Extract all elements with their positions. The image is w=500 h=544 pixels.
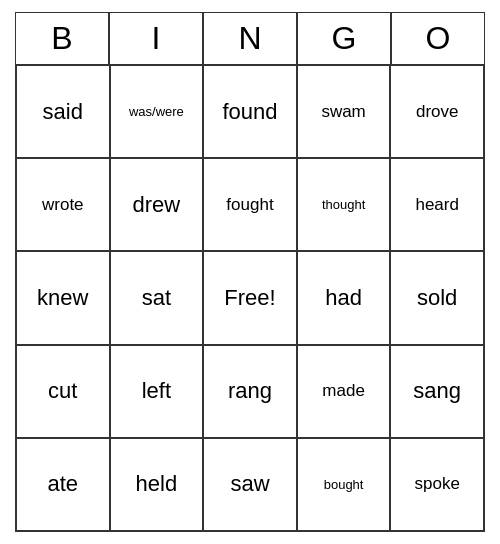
bingo-cell-r3-c3: made xyxy=(297,345,391,438)
bingo-cell-r1-c1: drew xyxy=(110,158,204,251)
header-letter-i: I xyxy=(109,12,203,64)
bingo-cell-r3-c2: rang xyxy=(203,345,297,438)
bingo-cell-r0-c4: drove xyxy=(390,65,484,158)
bingo-cell-r2-c0: knew xyxy=(16,251,110,344)
cell-text-r3-c4: sang xyxy=(413,378,461,404)
cell-text-r4-c2: saw xyxy=(230,471,269,497)
bingo-cell-r3-c1: left xyxy=(110,345,204,438)
header-letter-n: N xyxy=(203,12,297,64)
bingo-cell-r0-c2: found xyxy=(203,65,297,158)
bingo-cell-r1-c3: thought xyxy=(297,158,391,251)
bingo-cell-r2-c2: Free! xyxy=(203,251,297,344)
cell-text-r1-c3: thought xyxy=(322,197,365,212)
cell-text-r1-c4: heard xyxy=(415,195,458,215)
bingo-cell-r1-c4: heard xyxy=(390,158,484,251)
cell-text-r2-c3: had xyxy=(325,285,362,311)
bingo-cell-r2-c4: sold xyxy=(390,251,484,344)
cell-text-r0-c2: found xyxy=(222,99,277,125)
cell-text-r3-c3: made xyxy=(322,381,365,401)
cell-text-r0-c1: was/were xyxy=(129,104,184,119)
cell-text-r1-c2: fought xyxy=(226,195,273,215)
bingo-cell-r4-c0: ate xyxy=(16,438,110,531)
cell-text-r2-c4: sold xyxy=(417,285,457,311)
bingo-cell-r1-c2: fought xyxy=(203,158,297,251)
bingo-cell-r4-c3: bought xyxy=(297,438,391,531)
bingo-grid: saidwas/werefoundswamdrovewrotedrewfough… xyxy=(15,64,485,532)
bingo-cell-r2-c1: sat xyxy=(110,251,204,344)
cell-text-r1-c0: wrote xyxy=(42,195,84,215)
cell-text-r2-c2: Free! xyxy=(224,285,275,311)
bingo-cell-r0-c3: swam xyxy=(297,65,391,158)
cell-text-r4-c1: held xyxy=(136,471,178,497)
bingo-cell-r3-c4: sang xyxy=(390,345,484,438)
cell-text-r0-c3: swam xyxy=(321,102,365,122)
cell-text-r3-c1: left xyxy=(142,378,171,404)
bingo-card: BINGO saidwas/werefoundswamdrovewrotedre… xyxy=(15,12,485,532)
cell-text-r0-c0: said xyxy=(43,99,83,125)
cell-text-r2-c1: sat xyxy=(142,285,171,311)
bingo-cell-r0-c1: was/were xyxy=(110,65,204,158)
cell-text-r4-c4: spoke xyxy=(415,474,460,494)
header-letter-b: B xyxy=(15,12,109,64)
bingo-header: BINGO xyxy=(15,12,485,64)
bingo-cell-r1-c0: wrote xyxy=(16,158,110,251)
cell-text-r0-c4: drove xyxy=(416,102,459,122)
header-letter-o: O xyxy=(391,12,485,64)
cell-text-r3-c0: cut xyxy=(48,378,77,404)
cell-text-r4-c0: ate xyxy=(48,471,79,497)
header-letter-g: G xyxy=(297,12,391,64)
bingo-cell-r4-c2: saw xyxy=(203,438,297,531)
bingo-cell-r4-c1: held xyxy=(110,438,204,531)
cell-text-r3-c2: rang xyxy=(228,378,272,404)
bingo-cell-r2-c3: had xyxy=(297,251,391,344)
bingo-cell-r0-c0: said xyxy=(16,65,110,158)
cell-text-r2-c0: knew xyxy=(37,285,88,311)
cell-text-r4-c3: bought xyxy=(324,477,364,492)
bingo-cell-r3-c0: cut xyxy=(16,345,110,438)
bingo-cell-r4-c4: spoke xyxy=(390,438,484,531)
cell-text-r1-c1: drew xyxy=(133,192,181,218)
